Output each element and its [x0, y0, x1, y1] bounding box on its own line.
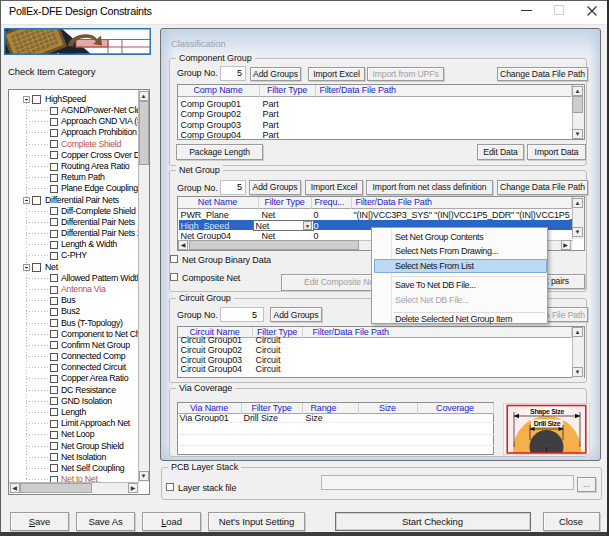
svg-text:Shape Size: Shape Size [530, 408, 564, 416]
svg-text:Drill Size: Drill Size [534, 420, 561, 427]
